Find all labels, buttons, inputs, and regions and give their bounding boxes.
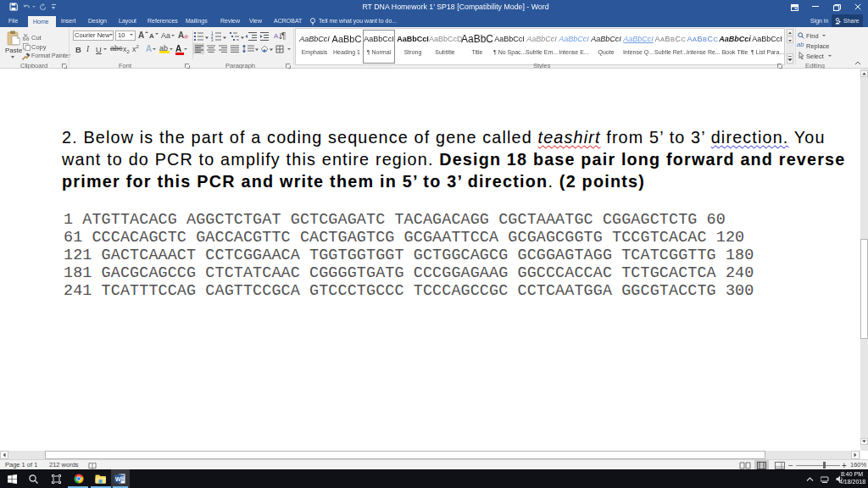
svg-text:3: 3 [211,38,214,42]
svg-text:W: W [115,476,121,482]
svg-text:A: A [274,32,279,40]
